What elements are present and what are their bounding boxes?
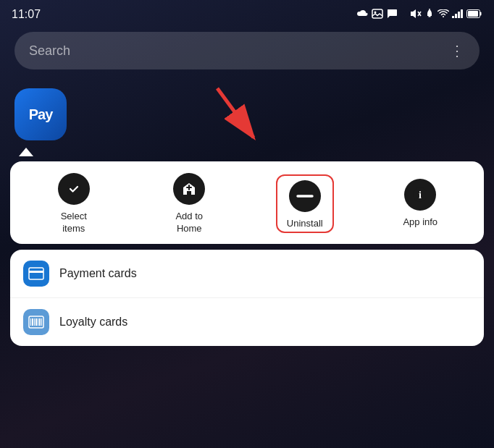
- svg-rect-29: [35, 318, 37, 326]
- select-items-icon: [58, 173, 90, 205]
- svg-rect-0: [372, 9, 382, 18]
- image-icon: [372, 9, 383, 21]
- svg-point-1: [374, 11, 377, 13]
- red-arrow: [203, 81, 290, 153]
- signal-bars-icon: [452, 9, 464, 20]
- svg-rect-4: [429, 16, 431, 17]
- svg-line-14: [217, 88, 254, 138]
- tooltip-triangle: [19, 148, 33, 156]
- search-bar-container: Search ⋮: [0, 26, 494, 81]
- svg-rect-28: [34, 318, 35, 326]
- svg-rect-24: [30, 275, 34, 276]
- uninstall-label: Uninstall: [287, 218, 323, 230]
- shortcut-item-payment-cards[interactable]: Payment cards: [10, 250, 484, 298]
- app-info-label: App info: [403, 216, 438, 229]
- status-icons: [356, 8, 482, 21]
- svg-rect-9: [461, 9, 463, 18]
- svg-rect-12: [468, 11, 478, 17]
- payment-cards-label: Payment cards: [59, 267, 137, 280]
- loyalty-cards-label: Loyalty cards: [59, 316, 127, 329]
- add-to-home-icon: [173, 173, 205, 205]
- svg-rect-23: [29, 271, 43, 273]
- svg-rect-32: [41, 318, 42, 326]
- svg-point-15: [67, 182, 81, 196]
- shortcuts-card: Payment cards Loyalty cards: [10, 250, 484, 346]
- svg-rect-26: [30, 318, 31, 326]
- mute-icon: [410, 9, 422, 21]
- app-info-icon: i: [404, 179, 436, 211]
- samsung-pay-icon[interactable]: Pay: [14, 88, 67, 140]
- add-to-home-label: Add toHome: [175, 211, 203, 235]
- wifi-icon: [438, 9, 449, 20]
- payment-cards-icon: [23, 261, 49, 287]
- svg-text:i: i: [419, 190, 422, 200]
- search-placeholder: Search: [29, 43, 70, 59]
- search-bar[interactable]: Search ⋮: [14, 32, 480, 69]
- menu-item-select-items[interactable]: Selectitems: [45, 173, 103, 235]
- search-more-icon[interactable]: ⋮: [450, 42, 465, 59]
- menu-item-app-info[interactable]: i App info: [391, 179, 449, 229]
- select-items-label: Selectitems: [61, 211, 87, 235]
- menu-item-uninstall[interactable]: Uninstall: [276, 174, 334, 233]
- svg-rect-30: [38, 318, 38, 326]
- menu-item-add-to-home[interactable]: Add toHome: [160, 173, 218, 235]
- svg-rect-8: [458, 12, 460, 18]
- svg-rect-6: [452, 16, 454, 18]
- battery-icon: [466, 9, 482, 20]
- chat-icon: [386, 9, 398, 21]
- svg-rect-22: [29, 268, 43, 279]
- loyalty-cards-icon: [23, 309, 49, 335]
- svg-rect-11: [480, 12, 482, 15]
- svg-rect-7: [455, 14, 457, 18]
- app-area: Pay: [0, 81, 494, 148]
- bell-icon: [424, 9, 435, 21]
- status-bar: 11:07: [0, 0, 494, 26]
- shortcut-item-loyalty-cards[interactable]: Loyalty cards: [10, 298, 484, 346]
- context-menu-card: Selectitems Add toHome Uninstall i: [10, 161, 484, 244]
- cloud-icon: [356, 9, 369, 20]
- status-time: 11:07: [12, 8, 41, 21]
- svg-rect-27: [32, 318, 33, 326]
- uninstall-icon: [289, 180, 321, 212]
- svg-rect-31: [39, 318, 41, 326]
